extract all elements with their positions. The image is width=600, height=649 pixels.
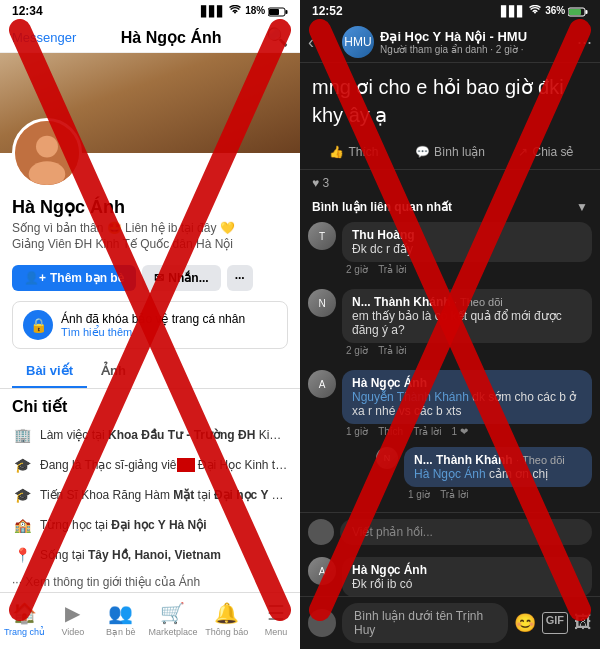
- nav-menu[interactable]: ☰ Menu: [256, 601, 296, 637]
- comment-time-2: 2 giờ: [346, 345, 368, 356]
- profile-info: Hà Ngọc Ánh Sống vì bản thân 🤩 Liên hệ i…: [0, 188, 300, 259]
- comment-button[interactable]: 💬 Bình luận: [404, 139, 496, 165]
- comment-thanh-khanh-1: N N... Thành Khánh · Theo dõi em thấy bả…: [300, 283, 600, 364]
- menu-icon: ☰: [267, 601, 285, 625]
- more-intro-link[interactable]: ··· Xem thông tin giới thiệu của Ánh: [0, 570, 300, 594]
- sub-commenter-name: N... Thành Khánh: [414, 453, 513, 467]
- commenter-name-4: Hà Ngọc Ánh: [352, 563, 427, 577]
- section-detail-title: Chi tiết: [0, 389, 300, 420]
- comment-time-1: 2 giờ: [346, 264, 368, 275]
- sub-comment-reply[interactable]: Trả lời: [440, 489, 468, 500]
- reply-input-avatar: [308, 519, 334, 545]
- back-to-messenger[interactable]: Messenger: [12, 30, 76, 45]
- comment-text-4: Đk rồi ib có: [352, 577, 412, 591]
- left-phone: 12:34 ▋▋▋ 18% Messenger Hà Ngọc Ánh 🔍: [0, 0, 300, 649]
- comment-reply-3[interactable]: Trả lời: [413, 426, 441, 437]
- privacy-link[interactable]: Tìm hiểu thêm: [61, 326, 245, 339]
- comment-icon: 💬: [415, 145, 430, 159]
- study-text-1: Đang là Thạc sĩ-giảng viêxxx Đại Học Kin…: [40, 458, 288, 472]
- detail-item-3: 🎓 Tiến Sĩ Khoa Răng Hàm Mặt tại Đại học …: [0, 480, 300, 510]
- school-text: Từng học tại Đại học Y Hà Nội: [40, 518, 207, 532]
- nav-notifications[interactable]: 🔔 Thông báo: [205, 601, 248, 637]
- location-text: Sống tại Tây Hồ, Hanoi, Vietnam: [40, 548, 221, 562]
- ha-ngoc-anh-avatar-2: A: [308, 557, 336, 585]
- like-button[interactable]: 👍 Thích: [308, 139, 400, 165]
- back-button-right[interactable]: ‹: [308, 32, 336, 53]
- battery-icon-left: 18%: [245, 5, 288, 16]
- sticker-icon[interactable]: 🖼: [574, 612, 592, 634]
- sub-comment-thanh-khanh: N N... Thành Khánh · Theo dõi Hà Ngọc Án…: [376, 443, 592, 506]
- comment-thu-hoang: T Thu Hoàng Đk dc r đấy 2 giờ Trả lời: [300, 216, 600, 283]
- svg-rect-1: [286, 10, 288, 14]
- comment-bar-avatar: [308, 609, 336, 637]
- message-button[interactable]: ✉ Nhắn...: [142, 265, 220, 291]
- nav-marketplace[interactable]: 🛒 Marketplace: [148, 601, 197, 637]
- bottom-nav: 🏠 Trang chủ ▶ Video 👥 Bạn bè 🛒 Marketpla…: [0, 592, 300, 649]
- comment-time-3: 1 giờ: [346, 426, 368, 437]
- avatar[interactable]: [12, 118, 82, 188]
- post-content: mng ơi cho e hỏi bao giờ đki khy ây ạ: [300, 63, 600, 135]
- more-actions-button[interactable]: ···: [227, 265, 253, 291]
- comment-text-2: em thấy bảo là có kết quả đổ mới được đă…: [352, 309, 562, 337]
- bell-icon: 🔔: [214, 601, 239, 625]
- sub-avatar: N: [376, 447, 398, 469]
- group-name[interactable]: Đại Học Y Hà Nội - HMU: [380, 29, 540, 44]
- notifications-label: Thông báo: [205, 627, 248, 637]
- svg-rect-10: [569, 9, 581, 15]
- marketplace-icon: 🛒: [160, 601, 185, 625]
- comment-bubble-2: N... Thành Khánh · Theo dõi em thấy bảo …: [342, 289, 592, 343]
- comment-meta-3: 1 giờ Thích Trả lời 1 ❤: [342, 424, 592, 439]
- time-left: 12:34: [12, 4, 43, 18]
- nav-bar-left: Messenger Hà Ngọc Ánh 🔍: [0, 22, 300, 53]
- tab-photos[interactable]: Ảnh: [87, 355, 140, 388]
- gif-icon[interactable]: GIF: [542, 612, 568, 634]
- add-friend-button[interactable]: 👤+ Thêm bạn bè: [12, 265, 136, 291]
- nav-home[interactable]: 🏠 Trang chủ: [4, 601, 45, 637]
- comment-meta-1: 2 giờ Trả lời: [342, 262, 592, 277]
- study-icon-2: 🎓: [12, 485, 32, 505]
- follow-link-1[interactable]: · Theo dõi: [454, 296, 503, 308]
- privacy-text: Ánh đã khóa bảo vệ trang cá nhân Tìm hiể…: [61, 312, 245, 339]
- privacy-notice: 🔒 Ánh đã khóa bảo vệ trang cá nhân Tìm h…: [12, 301, 288, 349]
- sub-comment-time: 1 giờ: [408, 489, 430, 500]
- study-text-2: Tiến Sĩ Khoa Răng Hàm Mặt tại Đại học Y …: [40, 488, 288, 502]
- privacy-icon: 🔒: [23, 310, 53, 340]
- emoji-icon[interactable]: 😊: [514, 612, 536, 634]
- comment-like-3[interactable]: Thích: [378, 426, 403, 437]
- more-button-right[interactable]: ···: [577, 32, 592, 53]
- work-icon: 🏢: [12, 425, 32, 445]
- reply-input[interactable]: Viết phản hồi...: [340, 519, 592, 545]
- comment-reply-2[interactable]: Trả lời: [378, 345, 406, 356]
- status-bar-right: 12:52 ▋▋▋ 36%: [300, 0, 600, 22]
- profile-bio-1: Sống vì bản thân 🤩 Liên hệ ib tại đây 💛: [12, 221, 288, 235]
- status-icons-left: ▋▋▋ 18%: [201, 5, 288, 17]
- follow-link-2[interactable]: · Theo dõi: [516, 454, 565, 466]
- search-icon[interactable]: 🔍: [266, 26, 288, 48]
- ha-ngoc-anh-avatar: A: [308, 370, 336, 398]
- comment-body-3: Hà Ngọc Ánh Nguyễn Thành Khánh dk sớm ch…: [342, 370, 592, 506]
- location-icon: 📍: [12, 545, 32, 565]
- profile-title: Hà Ngọc Ánh: [121, 28, 222, 47]
- right-nav-info: Đại Học Y Hà Nội - HMU Người tham gia ẩn…: [380, 29, 571, 55]
- mention-2: Hà Ngọc Ánh: [414, 467, 486, 481]
- detail-item: 🏢 Làm việc tại Khoa Đầu Tư - Trường ĐH K…: [0, 420, 300, 450]
- reply-input-row: Viết phản hồi...: [300, 512, 600, 551]
- share-button[interactable]: ↗ Chia sẻ: [500, 139, 592, 165]
- nav-friends[interactable]: 👥 Bạn bè: [101, 601, 141, 637]
- comment-reactions-3: 1 ❤: [451, 426, 467, 437]
- sort-icon[interactable]: ▼: [576, 200, 588, 214]
- share-icon: ↗: [518, 145, 528, 159]
- wifi-icon-left: [228, 5, 242, 17]
- comments-section-header: Bình luận liên quan nhất ▼: [300, 196, 600, 216]
- comments-sort-label[interactable]: Bình luận liên quan nhất: [312, 200, 452, 214]
- home-icon: 🏠: [12, 601, 37, 625]
- comment-reply-1[interactable]: Trả lời: [378, 264, 406, 275]
- tab-posts[interactable]: Bài viết: [12, 355, 87, 388]
- nav-video[interactable]: ▶ Video: [53, 601, 93, 637]
- add-friend-icon: 👤+: [24, 271, 46, 285]
- comment-bar-input[interactable]: Bình luận dưới tên Trịnh Huy: [342, 603, 508, 643]
- comment-text-3: Nguyễn Thành Khánh dk sớm cho các b ở xa…: [352, 390, 576, 418]
- comment-body-1: Thu Hoàng Đk dc r đấy 2 giờ Trả lời: [342, 222, 592, 277]
- reactions-count: ♥ 3: [312, 176, 329, 190]
- message-icon: ✉: [154, 271, 164, 285]
